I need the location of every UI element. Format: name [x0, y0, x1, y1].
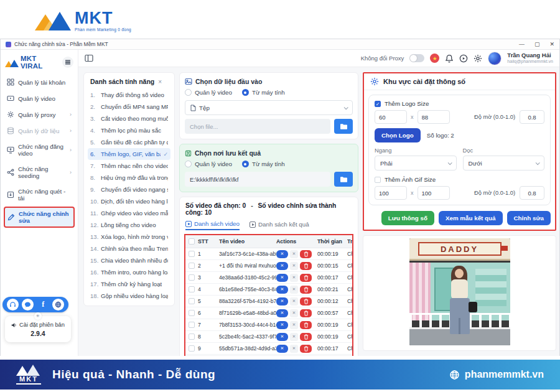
logo-height-input[interactable]: [418, 110, 450, 124]
row-checkbox[interactable]: [189, 310, 195, 316]
sidebar-item-seeding[interactable]: Chức năng seeding ›: [4, 162, 75, 183]
close-button[interactable]: ✕: [549, 41, 554, 47]
file-input[interactable]: [185, 119, 330, 134]
tab-video-list[interactable]: Danh sách video: [185, 220, 240, 230]
select-all-checkbox[interactable]: [189, 238, 195, 245]
feature-list-item[interactable]: 18. Gộp nhiều video hàng loạt: [88, 290, 170, 302]
edit-button[interactable]: Chỉnh sửa: [507, 211, 551, 225]
gif-opacity-input[interactable]: [520, 186, 544, 200]
row-checkbox[interactable]: [189, 286, 195, 292]
row-delete-button[interactable]: [300, 297, 312, 306]
row-stop-button[interactable]: ✕: [276, 250, 288, 258]
browse-file-button[interactable]: [334, 119, 353, 134]
support-headset-icon[interactable]: [7, 299, 19, 310]
checkbox-unchecked-icon[interactable]: [375, 177, 381, 183]
table-row[interactable]: 4 6b1e58ed-755e-40c3-8480- ✕ ✕ 00:00:21 …: [185, 284, 352, 296]
row-stop-button[interactable]: ✕: [276, 309, 288, 317]
table-row[interactable]: 5 88a3226f-57b4-4192-b71d-8 ✕ ✕ 00:00:12…: [185, 296, 352, 307]
tab-result-list[interactable]: Danh sách kết quả: [250, 220, 309, 230]
table-row[interactable]: 9 55db571a-38d2-4d9d-a369- ✕ ✕ 00:00:17 …: [185, 343, 352, 355]
row-stop-button[interactable]: ✕: [276, 345, 288, 353]
row-checkbox[interactable]: [189, 345, 195, 352]
table-row[interactable]: 2 +1 đối thủ #viral #xuhuong # ✕ ✕ 00:00…: [185, 260, 352, 272]
logo-width-input[interactable]: [375, 110, 407, 124]
sidebar-collapse-button[interactable]: [62, 57, 73, 68]
row-remove-button[interactable]: ✕: [290, 250, 298, 258]
zalo-chat-icon[interactable]: [22, 299, 34, 310]
row-remove-button[interactable]: ✕: [290, 321, 298, 329]
table-row[interactable]: 3 4e38aa6d-3180-45c2-99fc-4 ✕ ✕ 00:00:17…: [185, 272, 352, 284]
features-close-icon[interactable]: ×: [158, 78, 162, 85]
row-remove-button[interactable]: ✕: [290, 274, 298, 282]
row-delete-button[interactable]: [300, 262, 312, 270]
row-stop-button[interactable]: ✕: [276, 286, 288, 294]
user-avatar[interactable]: [488, 52, 502, 65]
feature-list-item[interactable]: 3. Cắt video theo mong muốn: [88, 113, 170, 124]
radio-from-computer-out[interactable]: Từ máy tính: [242, 161, 285, 167]
minimize-button[interactable]: —: [519, 41, 525, 47]
logo-size-checkbox-row[interactable]: ✓ Thêm Logo Size: [375, 100, 544, 107]
version-card[interactable]: ✳ Cài đặt phiên bản 2.9.4: [5, 316, 71, 342]
gif-height-input[interactable]: [418, 186, 450, 200]
browse-folder-button[interactable]: [334, 172, 353, 187]
feature-list-item[interactable]: 2. Chuyển đổi MP4 sang MP3: [88, 101, 170, 113]
feature-list-item[interactable]: 9. Chuyển đổi video ngang sang dọc: [88, 184, 170, 195]
vertical-select[interactable]: Dưới: [463, 156, 545, 170]
feature-list-item[interactable]: 11. Ghép video vào video mẫu: [88, 207, 170, 219]
row-delete-button[interactable]: [300, 250, 312, 258]
play-circle-icon[interactable]: [459, 54, 468, 63]
feature-list-item[interactable]: 7. Thêm nhạc nền cho video: [88, 160, 170, 172]
preview-result-button[interactable]: Xem mẫu kết quả: [439, 211, 503, 225]
vietnam-star-badge[interactable]: ★: [430, 54, 439, 63]
row-stop-button[interactable]: ✕: [276, 274, 288, 282]
feature-list-item[interactable]: 4. Thêm lọc phủ màu sắc: [88, 124, 170, 136]
feature-list-item[interactable]: 15. Chia video thành nhiều đoạn: [88, 254, 170, 266]
horizontal-select[interactable]: Phải: [375, 156, 457, 170]
row-stop-button[interactable]: ✕: [276, 333, 288, 341]
row-remove-button[interactable]: ✕: [290, 297, 298, 306]
row-delete-button[interactable]: [300, 321, 312, 329]
row-remove-button[interactable]: ✕: [290, 262, 298, 270]
row-checkbox[interactable]: [189, 263, 195, 269]
sidebar-item-post-video[interactable]: Chức năng đăng video ›: [4, 139, 75, 161]
row-delete-button[interactable]: [300, 333, 312, 341]
row-delete-button[interactable]: [300, 309, 312, 317]
choose-logo-button[interactable]: Chọn Logo: [375, 128, 421, 142]
maximize-button[interactable]: ▢: [534, 41, 540, 47]
logo-opacity-input[interactable]: [520, 110, 544, 124]
table-row[interactable]: 8 5c2be4fc-5ac2-4337-9f72-4 ✕ ✕ 00:00:19…: [185, 331, 352, 343]
row-stop-button[interactable]: ✕: [276, 262, 288, 270]
feature-list-item[interactable]: 14. Chỉnh sửa theo mẫu Trending: [88, 243, 170, 254]
row-checkbox[interactable]: [189, 274, 195, 281]
bell-icon[interactable]: [445, 54, 454, 63]
gear-icon[interactable]: [474, 54, 482, 63]
output-path-input[interactable]: [185, 172, 330, 187]
row-remove-button[interactable]: ✕: [290, 286, 298, 294]
checkbox-checked-icon[interactable]: ✓: [375, 101, 381, 107]
radio-manage-video[interactable]: Quản lý video: [185, 89, 232, 96]
website-globe-icon[interactable]: [52, 299, 64, 310]
row-checkbox[interactable]: [189, 334, 195, 340]
row-checkbox[interactable]: [189, 298, 195, 304]
save-settings-button[interactable]: Lưu thông số: [381, 211, 434, 225]
row-checkbox[interactable]: [189, 251, 195, 257]
feature-list-item[interactable]: 1. Thay đổi thông số video: [88, 89, 170, 101]
table-row[interactable]: 7 7b8f3153-30cd-44c4-b1cf-9 ✕ ✕ 00:00:19…: [185, 319, 352, 331]
sidebar-item-video[interactable]: Quản lý video: [4, 91, 75, 106]
row-delete-button[interactable]: [300, 345, 312, 353]
sidebar-item-accounts[interactable]: Quản lý tài khoản: [4, 75, 75, 90]
radio-manage-video-out[interactable]: Quản lý video: [185, 161, 232, 167]
feature-list-item[interactable]: 6. Thêm logo, GIF, văn bản ✓: [88, 148, 170, 160]
feature-list-item[interactable]: 10. Dịch, đổi tên video hàng loạt: [88, 195, 170, 207]
sidebar-item-proxy[interactable]: Quản lý proxy ›: [4, 107, 75, 122]
gif-size-checkbox-row[interactable]: Thêm Ảnh Gif Size: [375, 176, 544, 183]
row-remove-button[interactable]: ✕: [290, 345, 298, 353]
table-row[interactable]: 1 3af16c73-6c1e-438a-abf7-3 ✕ ✕ 00:00:19…: [185, 248, 352, 260]
row-stop-button[interactable]: ✕: [276, 321, 288, 329]
panel-toggle-icon[interactable]: [85, 54, 93, 62]
row-remove-button[interactable]: ✕: [290, 333, 298, 341]
sidebar-item-scan-download[interactable]: Chức năng quét - tải: [4, 184, 75, 205]
feature-list-item[interactable]: 16. Thêm intro, outro hàng loạt: [88, 266, 170, 278]
table-row[interactable]: 6 8f71629b-e5a8-48bd-a06f-a ✕ ✕ 00:00:57…: [185, 307, 352, 319]
gif-width-input[interactable]: [375, 186, 407, 200]
